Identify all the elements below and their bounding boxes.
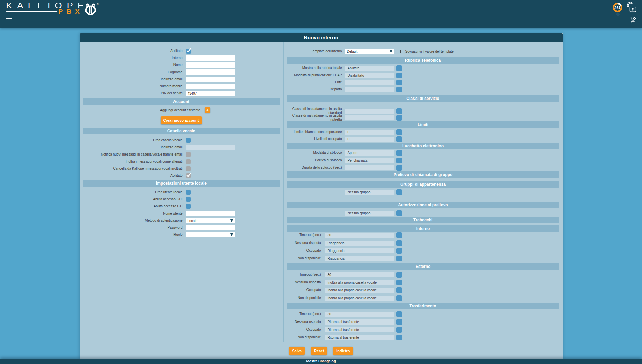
override-checkbox[interactable]	[396, 158, 402, 163]
classe-di-instradamento-in-uscita-ristretta-value	[345, 115, 394, 120]
override-checkbox[interactable]	[396, 287, 402, 293]
field-label: Crea casella vocale	[80, 138, 183, 142]
reparto-value	[345, 87, 394, 92]
override-checkbox[interactable]	[396, 80, 402, 85]
indirizzo-email-input[interactable]	[186, 77, 235, 82]
field-label: Nessuna risposta	[284, 320, 321, 324]
section-gruppi: Gruppi di appartenenzaNessun gruppo	[284, 178, 562, 196]
field-label: Inoltra i messaggi vocali come allegati	[80, 160, 183, 164]
kalliope-logo[interactable]: KALLIOPE PBX ®	[6, 2, 78, 9]
timeout-sec-value: 30	[325, 233, 394, 238]
override-checkbox[interactable]	[396, 108, 402, 114]
salva-button[interactable]: Salva	[289, 347, 305, 355]
crea-casella-vocale-checkbox[interactable]	[186, 138, 191, 143]
numero-mobile-input[interactable]	[186, 84, 235, 89]
form-row-non-disponibile: Non disponibileRiaggancia	[284, 256, 562, 261]
crea-utente-locale-checkbox[interactable]	[186, 190, 191, 195]
cognome-input[interactable]	[186, 69, 235, 75]
tools-icon[interactable]	[630, 17, 636, 24]
indietro-button[interactable]: Indietro	[333, 347, 353, 355]
override-checkbox[interactable]	[396, 280, 402, 285]
add-account-button[interactable]: +	[205, 107, 210, 113]
field-label: Interno	[80, 56, 183, 60]
form-row-password: Password	[80, 225, 283, 230]
abilitato-checkbox[interactable]	[186, 49, 191, 54]
override-arrow-icon	[399, 49, 403, 55]
indirizzo-email-input	[186, 145, 235, 150]
field-label: Non disponibile	[284, 296, 321, 300]
section-local-user: Impostazioni utente locale Crea utente l…	[80, 180, 283, 239]
override-checkbox[interactable]	[396, 150, 402, 156]
section-header-trabocchi: Trabocchi	[287, 217, 559, 223]
open-lock-icon[interactable]	[627, 2, 636, 14]
override-checkbox[interactable]	[396, 232, 402, 238]
override-checkbox[interactable]	[396, 240, 402, 246]
footer-bar: Mostra Changelog	[0, 359, 642, 364]
override-checkbox[interactable]	[396, 129, 402, 135]
override-checkbox[interactable]	[396, 311, 402, 317]
form-row-limite-chiamate-contemporanee: Limite chiamate contemporanee0	[284, 129, 562, 135]
override-checkbox[interactable]	[396, 319, 402, 325]
classe-di-instradamento-in-uscita-standard-value	[345, 109, 394, 114]
nome-input[interactable]	[186, 62, 235, 68]
override-checkbox[interactable]	[396, 256, 402, 261]
section-header-lucchetto: Lucchetto elettronico	[287, 143, 559, 149]
top-navbar: KALLIOPE PBX ®	[0, 0, 642, 28]
notifica-nuovi-messaggi-in-casella-vocale-tramite-email-checkbox[interactable]	[186, 152, 191, 157]
override-checkbox[interactable]	[396, 248, 402, 254]
menu-icon[interactable]	[6, 18, 12, 23]
field-label: Indirizzo email	[80, 77, 183, 81]
abilita-accesso-cti-checkbox[interactable]	[186, 204, 191, 209]
section-header-voicemail: Casella vocale	[83, 128, 280, 134]
form-row-numero-mobile: Numero mobile	[80, 84, 283, 89]
counter-ring-badge[interactable]: 261	[613, 3, 622, 12]
field-label: Modalità di sblocco	[284, 151, 342, 155]
nome-utente-input[interactable]	[186, 211, 235, 216]
override-checkbox[interactable]	[396, 73, 402, 78]
durata-dello-sblocco-sec-value	[345, 165, 394, 170]
left-column: AbilitatoInternoNomeCognomeIndirizzo ema…	[80, 42, 284, 342]
metodo-di-autenticazione-select[interactable]: Locale	[186, 218, 235, 223]
override-checkbox[interactable]	[396, 295, 402, 301]
override-checkbox[interactable]	[396, 327, 402, 333]
template-select[interactable]: Default	[345, 49, 394, 54]
form-row-durata-dello-sblocco-sec: Durata dello sblocco (sec.)	[284, 165, 562, 170]
section-header-trasferimento: Trasferimento	[287, 303, 559, 309]
override-checkbox[interactable]	[396, 189, 402, 195]
override-checkbox[interactable]	[396, 115, 402, 121]
nessuna-risposta-value: Ritorna al trasferente	[325, 319, 394, 325]
password-input[interactable]	[186, 225, 235, 230]
override-checkbox[interactable]	[396, 87, 402, 92]
form-row-non-disponibile: Non disponibileInoltra alla propria case…	[284, 295, 562, 301]
reset-button[interactable]: Reset	[311, 347, 327, 355]
override-checkbox[interactable]	[396, 65, 402, 71]
override-checkbox[interactable]	[396, 335, 402, 340]
timeout-sec-value: 30	[325, 312, 394, 317]
override-checkbox[interactable]	[396, 165, 402, 171]
inoltra-i-messaggi-vocali-come-allegati-checkbox[interactable]	[186, 159, 191, 164]
interno-input[interactable]	[186, 55, 235, 61]
field-label: Non disponibile	[284, 335, 321, 339]
show-changelog-link[interactable]: Mostra Changelog	[306, 359, 336, 363]
override-checkbox[interactable]	[396, 210, 402, 216]
form-row-nessuna-risposta: Nessuna rispostaRitorna al trasferente	[284, 319, 562, 325]
abilitato-checkbox[interactable]	[186, 173, 191, 178]
field-label: Occupato	[284, 328, 321, 332]
ruolo-select[interactable]	[186, 232, 235, 237]
section-header-rubrica: Rubrica Telefonica	[287, 57, 559, 64]
override-checkbox[interactable]	[396, 272, 402, 278]
form-row-indirizzo-email: Indirizzo email	[80, 145, 283, 150]
form-row-interno: Interno	[80, 55, 283, 61]
override-checkbox[interactable]	[396, 136, 402, 142]
form-row-occupato: OccupatoInoltra alla propria casella voc…	[284, 287, 562, 293]
pin-dei-servizi-input[interactable]	[186, 91, 235, 96]
override-template-note: Sovrascrivi il valore del template	[405, 50, 454, 53]
section-account: Account Aggiungi account esistente + Cre…	[80, 98, 283, 124]
abilita-accesso-gui-checkbox[interactable]	[186, 197, 191, 202]
section-autorizzazione: Autorizzazione al prelievoNessun gruppo	[284, 196, 562, 217]
cancella-da-kalliope-i-messaggi-vocali-inoltrati-checkbox[interactable]	[186, 166, 191, 171]
field-label: Timeout (sec.)	[284, 273, 321, 277]
form-row-inoltra-i-messaggi-vocali-come-allegati: Inoltra i messaggi vocali come allegati	[80, 159, 283, 164]
field-label: Durata dello sblocco (sec.)	[284, 166, 342, 170]
create-account-button[interactable]: Crea nuovo account	[161, 116, 202, 124]
